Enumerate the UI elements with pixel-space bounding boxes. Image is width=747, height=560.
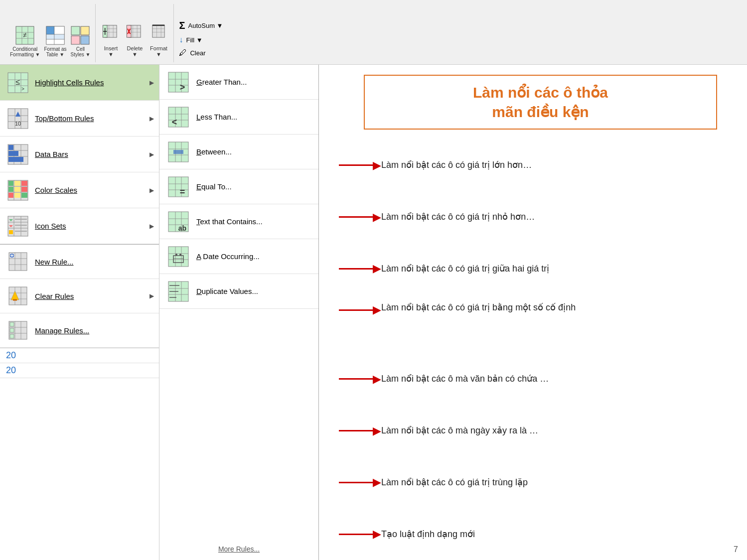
clear-label: Clear (190, 49, 205, 57)
svg-text:<: < (172, 117, 177, 127)
title-line2: mãn điều kện (375, 102, 706, 122)
highlight-cells-label: Highlight Cells Rules (35, 78, 104, 87)
bottom-number-2: 20 (0, 363, 159, 378)
cond-format-label: ConditionalFormatting ▼ (10, 46, 40, 57)
svg-rect-73 (8, 193, 13, 198)
desc-row-duplicate: ▶ Làm nổi bật các ô có giá trị trùng lặp (334, 457, 732, 509)
insert-block[interactable]: Insert▼ (101, 24, 121, 57)
svg-point-146 (175, 254, 177, 256)
cell-styles-label: CellStyles ▼ (71, 46, 91, 57)
clear-block[interactable]: 🖊 Clear (179, 48, 223, 57)
svg-rect-69 (21, 181, 27, 186)
main-content: ≤ > Highlight Cells Rules ▶ 10 T (0, 65, 747, 560)
arrow-less-than: ▶ (339, 211, 381, 224)
icon-sets-arrow: ▶ (149, 223, 154, 230)
svg-text:>: > (21, 86, 24, 92)
new-rule-icon (6, 250, 30, 274)
svg-rect-83 (9, 230, 13, 234)
new-rule-label: New Rule... (35, 258, 74, 266)
clear-rules-arrow: ▶ (149, 292, 154, 299)
svg-rect-60 (8, 157, 23, 162)
text-contains-icon: ab (166, 210, 190, 234)
svg-rect-71 (14, 187, 20, 192)
conditional-formatting-icon: ≠ (15, 25, 35, 45)
delete-block[interactable]: Delete▼ (125, 24, 145, 57)
more-rules-link[interactable]: More Rules... (159, 538, 318, 560)
clear-rules-icon (6, 284, 30, 308)
sub-item-between[interactable]: Between... (159, 135, 318, 169)
svg-rect-9 (46, 34, 54, 39)
menu-item-clear-rules[interactable]: Clear Rules ▶ (0, 279, 159, 313)
format-block[interactable]: Format▼ (149, 24, 168, 57)
desc-row-equal-to: ▶ Làm nổi bật các ô có giá trị bằng một … (334, 294, 732, 353)
sub-item-equal-to[interactable]: = Equal To... (159, 169, 318, 204)
manage-rules-icon (6, 318, 30, 342)
delete-icon (125, 24, 145, 44)
bottom-number-1: 20 (0, 348, 159, 363)
menu-item-manage-rules[interactable]: Manage Rules... (0, 313, 159, 348)
svg-rect-14 (81, 26, 89, 35)
menu-item-new-rule[interactable]: New Rule... (0, 245, 159, 279)
svg-rect-58 (8, 145, 13, 150)
date-occurring-icon (166, 245, 190, 269)
desc-text-0: Làm nổi bật các ô có giá trị lớn hơn… (381, 159, 532, 171)
duplicate-icon (166, 280, 190, 303)
greater-than-label: Greater Than... (196, 78, 247, 86)
svg-rect-12 (54, 39, 64, 44)
equal-to-icon: = (166, 175, 190, 199)
cell-styles-block[interactable]: CellStyles ▼ (70, 25, 90, 57)
data-bars-label: Data Bars (35, 150, 68, 158)
menu-item-icon-sets[interactable]: Icon Sets ▶ (0, 208, 159, 244)
icon-sets-icon (6, 214, 30, 238)
sub-item-less-than[interactable]: < Less Than... (159, 100, 318, 135)
fill-block[interactable]: ↓ Fill ▼ (179, 35, 223, 44)
format-as-table-block[interactable]: Format asTable ▼ (44, 25, 66, 57)
format-table-label: Format asTable ▼ (44, 46, 66, 57)
desc-text-6: Làm nổi bật các ô có giá trị trùng lặp (381, 476, 528, 489)
desc-text-2: Làm nổi bật các ô có giá trị giữa hai gi… (381, 263, 549, 275)
svg-rect-70 (8, 187, 13, 192)
bottom-numbers: 20 20 (0, 348, 159, 378)
svg-point-147 (179, 254, 181, 256)
insert-label: Insert▼ (104, 45, 118, 57)
description-rows: ▶ Làm nổi bật các ô có giá trị lớn hơn… … (334, 140, 732, 560)
menu-item-color-scales[interactable]: Color Scales ▶ (0, 172, 159, 208)
arrow-duplicate: ▶ (339, 476, 381, 489)
desc-row-greater-than: ▶ Làm nổi bật các ô có giá trị lớn hơn… (334, 140, 732, 191)
svg-rect-33 (152, 25, 164, 37)
middle-panel: > Greater Than... < Less Than... (159, 65, 319, 560)
sub-item-date-occurring[interactable]: A Date Occurring... (159, 239, 318, 274)
color-scales-icon (6, 178, 30, 202)
sub-item-duplicate[interactable]: Duplicate Values... (159, 274, 318, 309)
svg-text:=: = (180, 187, 185, 197)
clear-eraser: 🖊 (179, 48, 187, 57)
desc-row-between: ▶ Làm nổi bật các ô có giá trị giữa hai … (334, 243, 732, 295)
sub-item-text-contains[interactable]: ab Text that Contains... (159, 204, 318, 239)
arrow-between: ▶ (339, 262, 381, 275)
page-number: 7 (734, 545, 738, 554)
svg-rect-8 (54, 26, 64, 34)
svg-rect-127 (168, 177, 188, 197)
svg-rect-106 (10, 322, 14, 326)
svg-rect-108 (10, 334, 14, 338)
menu-item-data-bars[interactable]: Data Bars ▶ (0, 137, 159, 172)
svg-rect-126 (173, 150, 183, 154)
svg-text:≤: ≤ (16, 78, 20, 86)
menu-item-top-bottom[interactable]: 10 Top/Bottom Rules ▶ (0, 101, 159, 137)
data-bars-arrow: ▶ (149, 151, 154, 158)
format-label: Format▼ (150, 45, 167, 57)
top-bottom-icon: 10 (6, 107, 30, 131)
svg-rect-74 (14, 193, 20, 198)
arrow-greater-than: ▶ (339, 159, 381, 172)
autosum-block[interactable]: Σ AutoSum ▼ (179, 20, 223, 31)
icon-sets-label: Icon Sets (35, 222, 66, 230)
menu-item-highlight-cells[interactable]: ≤ > Highlight Cells Rules ▶ (0, 65, 159, 101)
desc-row-text-contains: ▶ Làm nổi bật các ô mà văn bản có chứa … (334, 353, 732, 405)
desc-row-less-than: ▶ Làm nổi bật các ô có giá trị nhỏ hơn… (334, 191, 732, 243)
conditional-formatting-block[interactable]: ≠ ConditionalFormatting ▼ (10, 25, 40, 57)
format-as-table-icon (45, 25, 65, 45)
svg-rect-16 (81, 36, 89, 44)
toolbar-group-styles: ≠ ConditionalFormatting ▼ Format asTable… (5, 4, 96, 62)
sub-item-greater-than[interactable]: > Greater Than... (159, 65, 318, 100)
fill-label: Fill ▼ (186, 36, 202, 44)
